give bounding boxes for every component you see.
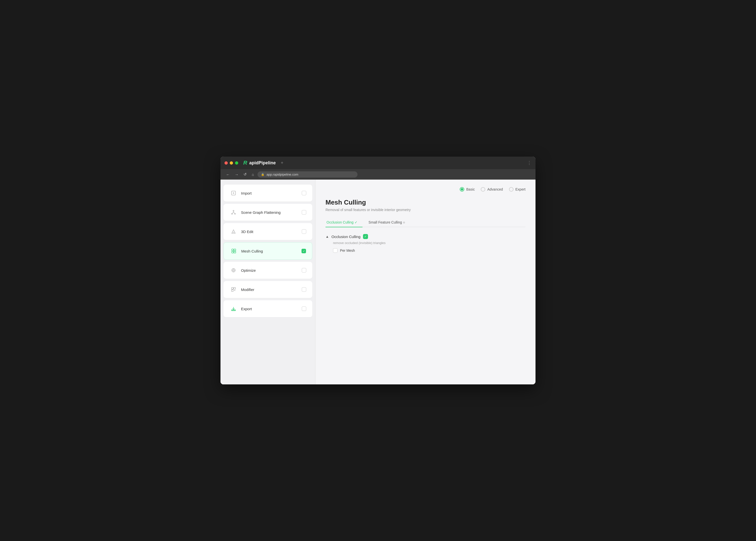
per-mesh-label: Per Mesh [340, 249, 355, 253]
svg-rect-11 [234, 287, 235, 289]
per-mesh-checkbox[interactable] [333, 248, 337, 253]
mode-label-expert: Expert [515, 187, 525, 191]
page-header: Mesh Culling Removal of small features o… [325, 199, 525, 212]
optimize-checkbox[interactable] [302, 268, 306, 272]
export-icon [229, 305, 237, 313]
sidebar: Import Scene Graph Flattening [221, 180, 315, 384]
back-button[interactable]: ← [225, 171, 231, 178]
mode-option-advanced[interactable]: Advanced [481, 187, 503, 192]
scene-graph-checkbox[interactable] [302, 210, 306, 215]
page-title: Mesh Culling [325, 199, 525, 206]
lock-icon: 🔒 [261, 173, 265, 176]
svg-rect-13 [231, 310, 235, 311]
occlusion-culling-section: ▲ Occlusion Culling ✓ remove occluded (i… [325, 234, 525, 253]
browser-window: R apidPipeline + ⋮ ← → ↺ ⌂ 🔒 app.rapidpi… [221, 157, 535, 384]
svg-point-3 [235, 213, 235, 214]
address-bar[interactable]: 🔒 app.rapidpipeline.com [257, 171, 357, 178]
sidebar-item-optimize[interactable]: Optimize [223, 262, 312, 279]
section-toggle-button[interactable]: ▲ [325, 235, 329, 239]
mode-label-advanced: Advanced [487, 187, 503, 191]
sidebar-item-mesh-culling[interactable]: Mesh Culling ✓ [223, 242, 312, 260]
svg-rect-4 [232, 249, 233, 251]
main-content: Import Scene Graph Flattening [221, 180, 535, 384]
new-tab-button[interactable]: + [281, 160, 283, 166]
logo-text: apidPipeline [249, 160, 276, 166]
tab-small-feature-culling[interactable]: Small Feature Culling ○ [367, 218, 410, 227]
sidebar-item-export[interactable]: Export [223, 300, 312, 317]
app-logo: R apidPipeline [243, 160, 276, 166]
svg-rect-6 [232, 251, 233, 253]
mode-option-basic[interactable]: Basic [460, 187, 475, 192]
scene-graph-icon [229, 208, 237, 216]
mesh-culling-icon [230, 247, 238, 255]
import-icon [229, 189, 237, 197]
optimize-icon [229, 266, 237, 274]
section-header: ▲ Occlusion Culling ✓ [325, 234, 525, 239]
svg-point-1 [233, 210, 234, 211]
import-checkbox[interactable] [302, 191, 306, 195]
section-enabled-checkbox[interactable]: ✓ [363, 234, 368, 239]
export-checkbox[interactable] [302, 306, 306, 311]
page-subtitle: Removal of small features or invisible i… [325, 208, 525, 212]
title-bar: R apidPipeline + ⋮ [221, 157, 535, 169]
forward-button[interactable]: → [233, 171, 240, 178]
svg-rect-5 [234, 249, 236, 251]
mode-selector: Basic Advanced Expert [325, 187, 525, 192]
maximize-window-button[interactable] [235, 161, 238, 165]
reload-button[interactable]: ↺ [242, 171, 248, 178]
section-description: remove occluded (invisible) triangles [333, 241, 525, 245]
close-window-button[interactable] [225, 161, 228, 165]
home-button[interactable]: ⌂ [250, 171, 255, 178]
sidebar-item-label-3d-edit: 3D Edit [241, 230, 253, 234]
mode-option-expert[interactable]: Expert [509, 187, 525, 192]
radio-expert[interactable] [509, 187, 513, 192]
svg-point-8 [232, 269, 235, 272]
nav-bar: ← → ↺ ⌂ 🔒 app.rapidpipeline.com [221, 169, 535, 180]
sidebar-item-label-scene-graph: Scene Graph Flattening [241, 210, 281, 215]
svg-rect-7 [234, 251, 236, 253]
tab-occlusion-culling[interactable]: Occlusion Culling ✓ [325, 218, 363, 227]
mesh-culling-checkbox[interactable]: ✓ [301, 249, 306, 253]
sidebar-item-label-modifier: Modifier [241, 287, 254, 292]
modifier-checkbox[interactable] [302, 287, 306, 292]
radio-dot-basic [461, 188, 463, 191]
logo-r: R [243, 160, 247, 166]
sidebar-item-label-mesh-culling: Mesh Culling [241, 249, 263, 253]
radio-basic[interactable] [460, 187, 464, 192]
radio-advanced[interactable] [481, 187, 485, 192]
content-panel: Basic Advanced Expert Mesh Culling Remov… [315, 180, 535, 384]
3d-edit-icon [229, 228, 237, 236]
svg-point-9 [233, 270, 234, 271]
section-title: Occlusion Culling [331, 235, 361, 239]
tabs: Occlusion Culling ✓ Small Feature Cullin… [325, 218, 525, 227]
window-controls [225, 161, 238, 165]
per-mesh-option-row: Per Mesh [333, 248, 525, 253]
sidebar-item-3d-edit[interactable]: 3D Edit [223, 223, 312, 240]
svg-point-2 [231, 213, 233, 214]
sidebar-item-label-import: Import [241, 191, 252, 195]
svg-rect-10 [231, 287, 233, 289]
modifier-icon [229, 285, 237, 293]
svg-rect-12 [231, 290, 233, 291]
sidebar-item-label-export: Export [241, 307, 252, 311]
browser-menu-button[interactable]: ⋮ [527, 160, 531, 166]
url-text: app.rapidpipeline.com [267, 173, 298, 176]
sidebar-item-scene-graph-flattening[interactable]: Scene Graph Flattening [223, 204, 312, 221]
minimize-window-button[interactable] [230, 161, 233, 165]
3d-edit-checkbox[interactable] [302, 229, 306, 234]
mode-label-basic: Basic [466, 187, 475, 191]
sidebar-item-import[interactable]: Import [223, 185, 312, 202]
sidebar-item-modifier[interactable]: Modifier [223, 281, 312, 298]
sidebar-item-label-optimize: Optimize [241, 268, 256, 272]
